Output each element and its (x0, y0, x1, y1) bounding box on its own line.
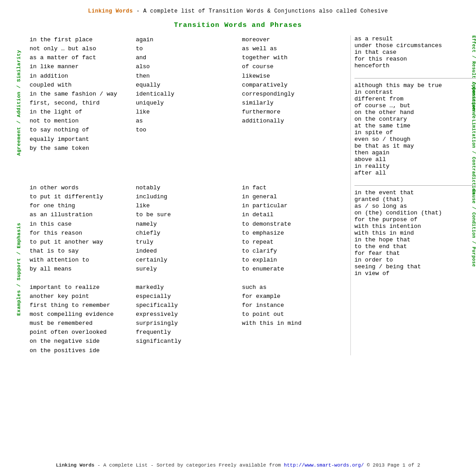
agreement-col1-words: in the first placenot only … but alsoas … (30, 35, 131, 153)
footer-text1: - A complete List - Sorted by categories (94, 463, 216, 468)
section-title: Transition Words and Phrases (0, 22, 476, 29)
examples-col3: in factin generalin particularin detailt… (242, 183, 348, 355)
examples-section: Examples / Support / Emphasis in other w… (16, 183, 348, 355)
right-effect-words-col: as a resultunder those circumstancesin t… (354, 35, 466, 69)
examples-col1: in other wordsto put it differentlyfor o… (30, 183, 136, 355)
examples-col2: notablyincludingliketo be surenamelychie… (136, 183, 242, 355)
agreement-col3: moreoveras well astogether withof course… (242, 35, 348, 170)
right-opposition-block: although this may be truein contrastdiff… (354, 82, 476, 176)
examples-col3-words: in factin generalin particularin detailt… (242, 183, 344, 328)
examples-label: Examples / Support / Emphasis (16, 183, 22, 355)
agreement-col3-words: moreoveras well astogether withof course… (242, 35, 344, 126)
header-subtitle: - A complete list of Transition Words & … (133, 8, 388, 14)
footer-text2: Freely available from (216, 463, 284, 468)
right-effect-block: as a resultunder those circumstancesin t… (354, 35, 476, 69)
agreement-col1: in the first placenot only … but alsoas … (30, 35, 136, 170)
agreement-col2: againtoandalsothenequallyidenticallyuniq… (136, 35, 242, 170)
right-opposition-label: Opposition / Limitation / Contradiction (471, 82, 476, 194)
header-title: Linking Words (88, 8, 133, 14)
right-cause-words-col: in the event thatgranted (that)as / so l… (354, 189, 466, 277)
agreement-col2-words: againtoandalsothenequallyidenticallyuniq… (136, 35, 238, 135)
right-cause-label: Cause / Condition / Purpose (471, 189, 476, 267)
page-header: Linking Words - A complete list of Trans… (0, 0, 476, 18)
right-opposition-words-col: although this may be truein contrastdiff… (354, 82, 466, 176)
footer-title: Linking Words (56, 463, 95, 468)
examples-col1-words: in other wordsto put it differentlyfor o… (30, 183, 131, 355)
right-cause-block: in the event thatgranted (that)as / so l… (354, 189, 476, 277)
footer: Linking Words - A complete List - Sorted… (0, 463, 476, 468)
agreement-label: Agreement / Addition / Similarity (16, 35, 22, 170)
footer-text3: © 2013 Page 1 of 2 (364, 463, 420, 468)
footer-url[interactable]: http://www.smart-words.org/ (284, 463, 364, 468)
examples-col2-words: notablyincludingliketo be surenamelychie… (136, 183, 238, 346)
agreement-section: Agreement / Addition / Similarity in the… (16, 35, 348, 170)
